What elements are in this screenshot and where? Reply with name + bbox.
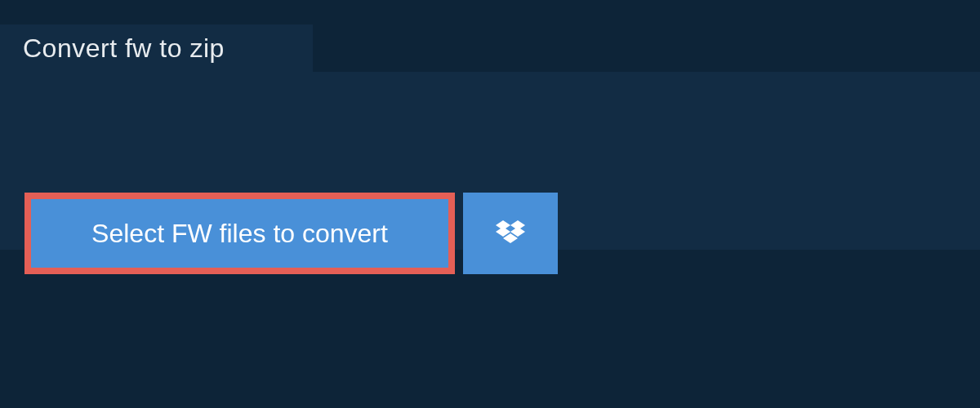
conversion-panel: Select FW files to convert [0, 72, 980, 250]
dropbox-upload-button[interactable] [463, 193, 558, 274]
select-files-button-label: Select FW files to convert [91, 219, 388, 249]
conversion-tab-label: Convert fw to zip [23, 33, 225, 64]
conversion-tab[interactable]: Convert fw to zip [0, 24, 313, 72]
upload-button-row: Select FW files to convert [24, 193, 558, 274]
select-files-button[interactable]: Select FW files to convert [24, 193, 455, 274]
dropbox-icon [496, 220, 525, 246]
